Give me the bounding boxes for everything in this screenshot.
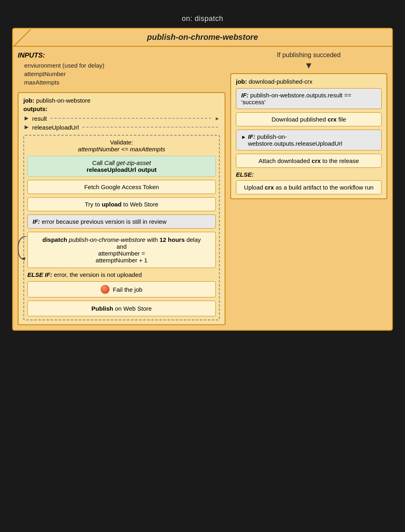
else-section: ELSE: bbox=[236, 171, 382, 178]
input-max-attempts: maxAttempts bbox=[18, 78, 225, 87]
input-environment: enviuronment (used for delay) bbox=[18, 61, 225, 70]
job-box: job: publish-on-webstore outputs: ► resu… bbox=[18, 92, 225, 325]
output-release-row: ► releaseUploadUrl bbox=[23, 124, 220, 131]
right-column: If publishing succeded ▼ job: download-p… bbox=[230, 52, 387, 325]
call-get-zip-box: Call Call get-zip-asset releaseUploadUrl… bbox=[27, 156, 216, 177]
try-upload-box: Try to upload to Web Store bbox=[27, 197, 216, 211]
fetch-token-box: Fetch Google Access Token bbox=[27, 180, 216, 194]
job-title: job: publish-on-webstore bbox=[23, 97, 220, 104]
outputs-title: outputs: bbox=[23, 105, 220, 112]
left-column: INPUTS: enviuronment (used for delay) at… bbox=[18, 52, 225, 325]
dispatch-box: dispatch publish-on-chrome-webstore with… bbox=[27, 232, 216, 268]
release-connector bbox=[82, 127, 218, 128]
right-job-box: job: download-published-crx IF: publish-… bbox=[230, 73, 387, 199]
inputs-section: INPUTS: enviuronment (used for delay) at… bbox=[18, 52, 225, 87]
download-box: Download published crx file bbox=[236, 112, 382, 126]
right-if2-arrow: ► bbox=[241, 134, 246, 140]
page: on: dispatch publish-on-chrome-webstore … bbox=[8, 8, 397, 331]
right-if-box: IF: publish-on-webstore.outputs.result =… bbox=[236, 88, 382, 109]
output-result-row: ► result ► bbox=[23, 115, 220, 122]
inputs-label: INPUTS: bbox=[18, 52, 225, 60]
output-release-label: releaseUploadUrl bbox=[32, 124, 79, 131]
input-attempt-number: attemptNumber bbox=[18, 70, 225, 78]
main-workflow-box: publish-on-chrome-webstore INPUTS: enviu… bbox=[12, 28, 393, 331]
if-error-box: IF: error because previous version is st… bbox=[27, 214, 216, 229]
inner-flow-box: Validate: attemptNumber <= maxAttempts C… bbox=[23, 135, 220, 320]
validate-text: Validate: attemptNumber <= maxAttempts bbox=[27, 139, 216, 153]
svg-marker-1 bbox=[22, 257, 25, 260]
fail-circle-icon bbox=[101, 285, 110, 294]
else-if-section: ELSE IF: error, the version is not uploa… bbox=[27, 271, 216, 278]
workflow-title: publish-on-chrome-webstore bbox=[13, 29, 392, 47]
success-label: If publishing succeded bbox=[277, 52, 341, 59]
publish-box: Publish on Web Store bbox=[27, 301, 216, 316]
upload-box: Upload crx as a build artifact to the wo… bbox=[236, 180, 382, 194]
arrow-down-icon: ▼ bbox=[304, 60, 313, 71]
release-arrow-icon: ► bbox=[23, 124, 30, 131]
call-label: Call get-zip-asset bbox=[104, 159, 151, 166]
right-if2-box: ► IF: publish-on-webstore.outputs.releas… bbox=[236, 130, 382, 151]
result-connector bbox=[50, 118, 212, 119]
success-label-area: If publishing succeded ▼ bbox=[230, 52, 387, 71]
output-result-label: result bbox=[32, 115, 47, 122]
trigger-label: on: dispatch bbox=[8, 8, 397, 28]
result-arrow-right: ► bbox=[215, 115, 220, 122]
attach-box: Attach downloaded crx to the release bbox=[236, 154, 382, 168]
result-arrow-icon: ► bbox=[23, 115, 30, 122]
fail-box: Fail the job bbox=[27, 281, 216, 297]
right-job-title: job: download-published-crx bbox=[236, 78, 382, 85]
